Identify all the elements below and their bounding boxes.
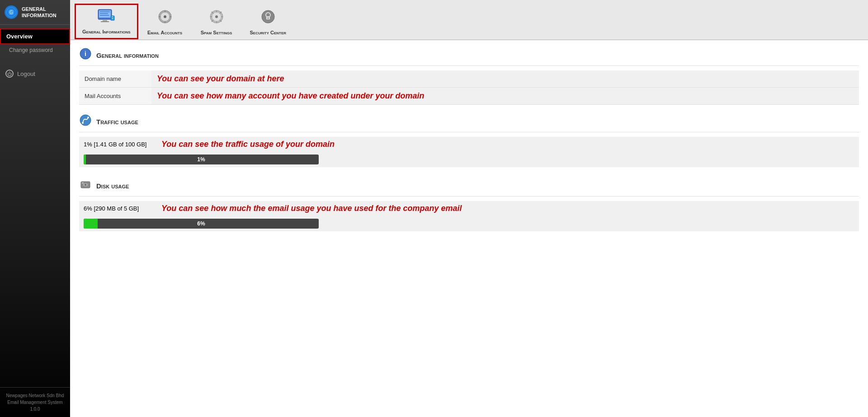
- traffic-usage-row: 1% [1.41 GB of 100 GB] You can see the t…: [79, 137, 859, 152]
- domain-name-value: You can see your domain at here: [151, 70, 859, 88]
- security-center-icon: [260, 9, 276, 28]
- svg-rect-7: [103, 19, 107, 21]
- content-area: i General information Domain name You ca…: [70, 40, 868, 417]
- email-accounts-icon: [157, 9, 173, 28]
- disk-progress-label: 6%: [84, 220, 319, 227]
- traffic-usage-section-title: Traffic usage: [96, 118, 138, 126]
- sidebar-nav: Overview Change password ⏻ Logout: [0, 25, 70, 387]
- disk-usage-icon: [79, 178, 92, 193]
- tab-general-informations[interactable]: General Informations: [75, 4, 138, 39]
- svg-rect-5: [100, 13, 108, 14]
- svg-rect-33: [267, 14, 269, 16]
- general-info-section-icon: i: [79, 47, 92, 63]
- mail-accounts-label: Mail Accounts: [79, 88, 151, 105]
- disk-usage-annotation: You can see how much the email usage you…: [161, 204, 462, 213]
- domain-name-label: Domain name: [79, 70, 151, 88]
- svg-text:i: i: [85, 50, 86, 57]
- general-info-header: i General information: [79, 47, 859, 66]
- svg-rect-6: [100, 15, 109, 16]
- table-row: Domain name You can see your domain at h…: [79, 70, 859, 88]
- logout-icon: ⏻: [5, 70, 14, 78]
- svg-point-18: [164, 15, 166, 18]
- main-area: General Informations Email Accounts: [70, 0, 868, 417]
- tab-email-accounts[interactable]: Email Accounts: [140, 5, 190, 39]
- svg-point-38: [82, 122, 84, 124]
- spam-settings-icon: [208, 9, 225, 28]
- disk-usage-section: 6% [290 MB of 5 GB] You can see how much…: [79, 201, 859, 231]
- svg-rect-4: [100, 11, 110, 12]
- top-nav: General Informations Email Accounts: [70, 0, 868, 40]
- general-info-table: Domain name You can see your domain at h…: [79, 70, 859, 105]
- sidebar: G General Information Overview Change pa…: [0, 0, 70, 417]
- svg-point-37: [80, 115, 91, 126]
- tab-security-center-label: Security Center: [250, 30, 287, 35]
- traffic-usage-text: 1% [1.41 GB of 100 GB]: [84, 141, 156, 148]
- svg-point-39: [87, 117, 89, 118]
- sidebar-logout-button[interactable]: ⏻ Logout: [0, 65, 70, 82]
- traffic-usage-icon: [79, 114, 92, 129]
- table-row: Mail Accounts You can see how many accou…: [79, 88, 859, 105]
- sidebar-header: G General Information: [0, 0, 70, 25]
- tab-email-accounts-label: Email Accounts: [147, 30, 182, 35]
- sidebar-item-overview[interactable]: Overview: [0, 28, 70, 44]
- svg-rect-8: [101, 21, 109, 22]
- disk-usage-header: Disk usage: [79, 178, 859, 197]
- traffic-usage-annotation: You can see the traffic usage of your do…: [161, 140, 335, 149]
- svg-point-42: [85, 184, 86, 186]
- traffic-progress-bar-container: 1%: [84, 155, 319, 164]
- disk-usage-section-title: Disk usage: [96, 182, 129, 190]
- sidebar-footer: Newpages Network Sdn Bhd Email Managemen…: [0, 387, 70, 417]
- sidebar-header-text: General Information: [22, 6, 57, 19]
- traffic-progress-label: 1%: [84, 156, 319, 163]
- general-info-section-title: General information: [96, 52, 159, 59]
- traffic-usage-header: Traffic usage: [79, 114, 859, 132]
- disk-usage-text: 6% [290 MB of 5 GB]: [84, 205, 156, 212]
- disk-progress-bar-container: 6%: [84, 219, 319, 229]
- svg-point-34: [267, 18, 269, 19]
- traffic-usage-section: 1% [1.41 GB of 100 GB] You can see the t…: [79, 137, 859, 167]
- tab-general-informations-label: General Informations: [82, 29, 131, 34]
- mail-accounts-value: You can see how many account you have cr…: [151, 88, 859, 105]
- svg-text:G: G: [9, 10, 13, 15]
- general-informations-icon: [97, 8, 115, 27]
- sidebar-logo-icon: G: [5, 5, 18, 19]
- disk-usage-row: 6% [290 MB of 5 GB] You can see how much…: [79, 201, 859, 216]
- sidebar-item-change-password[interactable]: Change password: [0, 44, 70, 56]
- tab-security-center[interactable]: Security Center: [243, 5, 293, 39]
- svg-rect-43: [82, 183, 84, 183]
- tab-spam-settings[interactable]: Spam Settings: [192, 5, 241, 39]
- tab-spam-settings-label: Spam Settings: [201, 30, 232, 35]
- svg-point-29: [215, 15, 218, 18]
